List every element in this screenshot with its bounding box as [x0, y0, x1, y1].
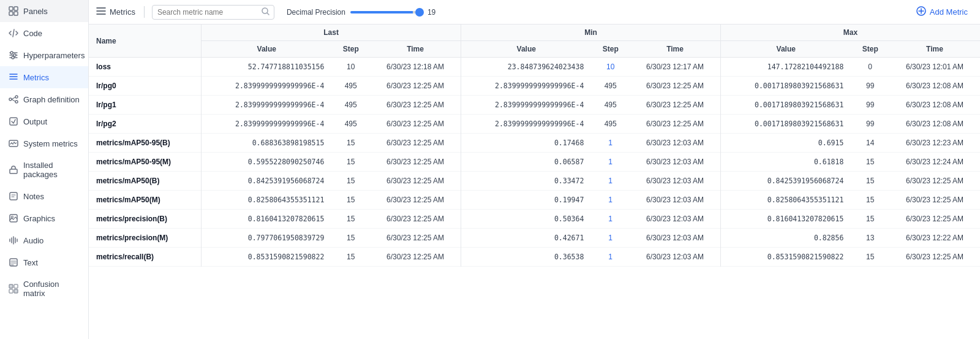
svg-rect-1	[14, 7, 18, 10]
col-group-min: Min	[461, 25, 721, 41]
svg-point-9	[13, 54, 16, 56]
cell-last-step: 15	[331, 248, 370, 267]
cell-max-value: 0.0017189803921568631	[721, 115, 851, 134]
main-content: Metrics Decimal Precision 19	[89, 0, 980, 339]
table-row: metrics/precision(M) 0.7977061950839729 …	[89, 229, 980, 248]
cell-min-step[interactable]: 1	[591, 191, 630, 210]
sidebar-label-output: Output	[23, 117, 47, 126]
cell-last-value: 0.8258064355351121	[202, 191, 332, 210]
panels-icon	[9, 6, 18, 16]
cell-last-time: 6/30/23 12:25 AM	[370, 172, 461, 191]
metrics-header-label: Metrics	[110, 7, 135, 17]
cell-last-time: 6/30/23 12:25 AM	[370, 134, 461, 153]
cell-min-step[interactable]: 1	[591, 210, 630, 229]
cell-max-value: 0.0017189803921568631	[721, 96, 851, 115]
cell-max-step: 15	[851, 172, 889, 191]
sidebar-item-installed-packages[interactable]: Installed packages	[0, 154, 88, 185]
cell-max-value: 0.8531590821590822	[721, 248, 851, 267]
sidebar-item-code[interactable]: Code	[0, 22, 88, 44]
sidebar-item-text[interactable]: Text	[0, 251, 88, 273]
cell-name: metrics/mAP50(M)	[89, 191, 202, 210]
cell-min-step[interactable]: 1	[591, 248, 630, 267]
table-row: metrics/mAP50-95(B) 0.688363898198515 15…	[89, 134, 980, 153]
cell-max-step: 99	[851, 77, 889, 96]
svg-line-17	[12, 97, 15, 100]
output-icon	[9, 116, 18, 126]
hyperparameters-icon	[9, 50, 18, 60]
decimal-precision-slider[interactable]	[350, 11, 424, 13]
cell-max-time: 6/30/23 12:23 AM	[889, 134, 980, 153]
metrics-icon-header	[96, 6, 106, 18]
cell-max-step: 0	[851, 58, 889, 77]
sidebar-item-panels[interactable]: Panels	[0, 0, 88, 22]
cell-last-time: 6/30/23 12:25 AM	[370, 115, 461, 134]
cell-name: metrics/mAP50(B)	[89, 172, 202, 191]
cell-min-step[interactable]: 1	[591, 172, 630, 191]
cell-min-time: 6/30/23 12:03 AM	[630, 248, 721, 267]
confusion-icon	[9, 284, 18, 294]
sidebar-label-installed-packages: Installed packages	[23, 161, 80, 179]
cell-min-value: 0.17468	[461, 134, 592, 153]
cell-min-step[interactable]: 1	[591, 229, 630, 248]
cell-min-time: 6/30/23 12:03 AM	[630, 229, 721, 248]
slider-wrapper: 19	[350, 8, 435, 17]
graph-icon	[9, 94, 18, 104]
table-row: metrics/mAP50(M) 0.8258064355351121 15 6…	[89, 191, 980, 210]
sidebar-item-notes[interactable]: Notes	[0, 185, 88, 207]
cell-min-time: 6/30/23 12:03 AM	[630, 210, 721, 229]
cell-min-value: 0.06587	[461, 153, 592, 172]
cell-max-time: 6/30/23 12:22 AM	[889, 229, 980, 248]
table-row: lr/pg1 2.8399999999999996E-4 495 6/30/23…	[89, 96, 980, 115]
sidebar-item-system-metrics[interactable]: System metrics	[0, 132, 88, 154]
text-icon	[9, 257, 18, 267]
svg-rect-3	[14, 12, 18, 15]
cell-min-step: 495	[591, 96, 630, 115]
svg-rect-27	[10, 192, 17, 200]
cell-last-step: 15	[331, 229, 370, 248]
cell-max-value: 0.8160413207820615	[721, 210, 851, 229]
cell-max-value: 0.8258064355351121	[721, 191, 851, 210]
cell-max-value: 0.0017189803921568631	[721, 77, 851, 96]
cell-min-value: 0.42671	[461, 229, 592, 248]
cell-max-value: 147.17282104492188	[721, 58, 851, 77]
svg-rect-19	[10, 118, 17, 125]
sidebar-label-hyperparameters: Hyperparameters	[23, 51, 85, 60]
sidebar-item-output[interactable]: Output	[0, 110, 88, 132]
cell-last-step: 15	[331, 210, 370, 229]
cell-min-time: 6/30/23 12:25 AM	[630, 115, 721, 134]
sidebar-item-metrics[interactable]: Metrics	[0, 66, 88, 88]
col-sub-last-step: Step	[331, 41, 370, 58]
cell-last-step: 15	[331, 134, 370, 153]
cell-last-step: 495	[331, 96, 370, 115]
sidebar-label-graph-definition: Graph definition	[23, 95, 80, 104]
cell-min-step[interactable]: 1	[591, 134, 630, 153]
sidebar-item-audio[interactable]: Audio	[0, 229, 88, 251]
cell-last-step: 10	[331, 58, 370, 77]
cell-max-step: 15	[851, 248, 889, 267]
svg-line-49	[267, 13, 269, 15]
sidebar-item-hyperparameters[interactable]: Hyperparameters	[0, 44, 88, 66]
cell-min-step[interactable]: 10	[591, 58, 630, 77]
cell-name: lr/pg2	[89, 115, 202, 134]
cell-max-value: 0.8425391956068724	[721, 172, 851, 191]
decimal-precision-value: 19	[428, 8, 435, 17]
cell-last-value: 0.8160413207820615	[202, 210, 332, 229]
cell-min-step[interactable]: 1	[591, 153, 630, 172]
sidebar-label-graphics: Graphics	[23, 214, 55, 223]
cell-max-value: 0.82856	[721, 229, 851, 248]
cell-last-step: 495	[331, 77, 370, 96]
sidebar-item-confusion-matrix[interactable]: Confusion matrix	[0, 273, 88, 304]
cell-min-step: 495	[591, 115, 630, 134]
svg-point-31	[12, 216, 13, 218]
header-bar: Metrics Decimal Precision 19	[89, 0, 980, 25]
sidebar-item-graphics[interactable]: Graphics	[0, 207, 88, 229]
cell-min-value: 2.8399999999999996E-4	[461, 96, 592, 115]
svg-rect-41	[9, 284, 13, 288]
sidebar-item-graph-definition[interactable]: Graph definition	[0, 88, 88, 110]
cell-last-value: 0.7977061950839729	[202, 229, 332, 248]
cell-min-value: 2.8399999999999996E-4	[461, 115, 592, 134]
add-metric-button[interactable]: Add Metric	[911, 4, 973, 20]
notes-icon	[9, 191, 18, 201]
search-input[interactable]	[152, 5, 274, 20]
svg-point-14	[9, 98, 12, 101]
